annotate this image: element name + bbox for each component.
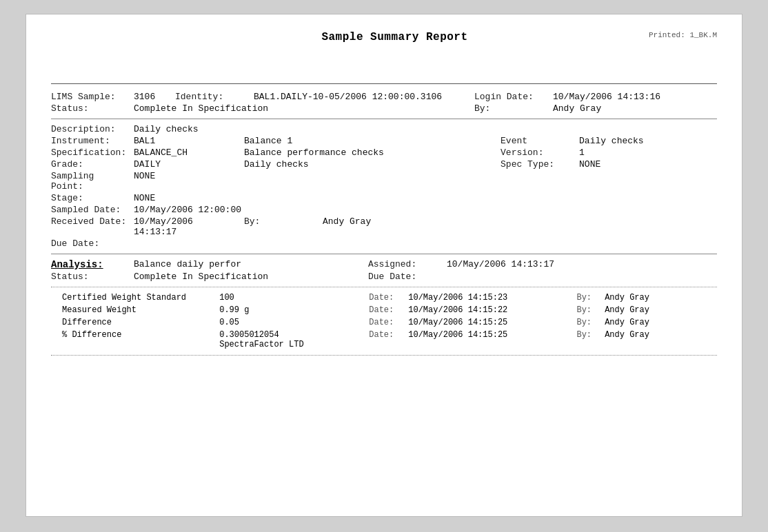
analysis-status-value: Complete In Specification (134, 272, 268, 282)
specification-label: Specification: (51, 147, 127, 158)
results-table: Certified Weight Standard 100 Date: 10/M… (51, 291, 717, 351)
sampling-point-value: NONE (134, 171, 155, 181)
status-label: Status: (51, 103, 127, 114)
report-title: Sample Summary Report (148, 31, 642, 43)
result-date: 10/May/2006 14:15:25 (408, 316, 576, 329)
received-date-row: Received Date: 10/May/2006 14:13:17 By: … (51, 216, 717, 238)
spec-name: Balance performance checks (244, 147, 384, 158)
result-by-label: By: (576, 291, 605, 304)
lims-sample-label: LIMS Sample: (51, 92, 127, 102)
result-date-label: Date: (369, 329, 408, 351)
status-value: Complete In Specification (134, 103, 268, 114)
due-date-label: Due Date: (51, 238, 127, 249)
received-date-label: Received Date: (51, 216, 127, 227)
analysis-header-table: Analysis: Balance daily perfor Assigned:… (51, 258, 717, 283)
lims-number: 3106 (134, 92, 155, 102)
result-value: 0.3005012054SpectraFactor LTD (219, 329, 369, 351)
result-by-label: By: (576, 304, 605, 316)
stage-value: NONE (134, 193, 155, 203)
identity-label: Identity: (175, 92, 251, 102)
version-value: 1 (579, 147, 585, 158)
result-by: Andy Gray (605, 329, 717, 351)
analysis-due-date-label: Due Date: (368, 272, 444, 282)
analysis-top-rule (51, 254, 717, 254)
analysis-name: Balance daily perfor (134, 259, 241, 269)
description-label: Description: (51, 124, 127, 134)
result-date: 10/May/2006 14:15:25 (408, 329, 576, 351)
login-date-label: Login Date: (474, 92, 550, 102)
result-by: Andy Gray (605, 316, 717, 329)
received-date-value: 10/May/2006 14:13:17 (134, 216, 193, 237)
result-name: Difference (51, 316, 219, 329)
due-date-row: Due Date: (51, 238, 717, 249)
result-by: Andy Gray (605, 304, 717, 316)
instrument-row: Instrument: BAL1 Balance 1 Event Daily c… (51, 135, 717, 147)
spec-type-label: Spec Type: (501, 159, 576, 170)
results-top-rule (51, 287, 717, 287)
received-by-value: Andy Gray (323, 216, 371, 227)
result-name: Certified Weight Standard (51, 291, 219, 304)
login-date-value: 10/May/2006 14:13:16 (553, 92, 660, 102)
result-row: Certified Weight Standard 100 Date: 10/M… (51, 291, 717, 304)
sampled-date-label: Sampled Date: (51, 205, 127, 215)
details-table: Description: Daily checks Instrument: BA… (51, 123, 717, 249)
spec-type-value: NONE (579, 159, 600, 170)
received-by-label: By: (244, 216, 320, 227)
version-label: Version: (501, 147, 576, 158)
event-value: Daily checks (579, 136, 644, 146)
result-by-label: By: (576, 316, 605, 329)
analysis-status-row: Status: Complete In Specification Due Da… (51, 271, 717, 283)
result-value: 0.99 g (219, 304, 369, 316)
grade-id: DAILY (134, 159, 161, 170)
assigned-value: 10/May/2006 14:13:17 (447, 259, 554, 269)
result-value: 0.05 (219, 316, 369, 329)
result-date-label: Date: (369, 291, 408, 304)
stage-label: Stage: (51, 193, 127, 203)
stage-row: Stage: NONE (51, 192, 717, 204)
event-label: Event (501, 136, 576, 146)
result-date-label: Date: (369, 304, 408, 316)
result-row: % Difference 0.3005012054SpectraFactor L… (51, 329, 717, 351)
sampled-date-row: Sampled Date: 10/May/2006 12:00:00 (51, 204, 717, 216)
lims-info-table: LIMS Sample: 3106 Identity: BAL1.DAILY-1… (51, 91, 717, 114)
result-date-label: Date: (369, 316, 408, 329)
analysis-name-row: Analysis: Balance daily perfor Assigned:… (51, 258, 717, 271)
spec-id: BALANCE_CH (134, 147, 188, 158)
result-by-label: By: (576, 329, 605, 351)
instrument-id: BAL1 (134, 136, 155, 146)
specification-row: Specification: BALANCE_CH Balance perfor… (51, 147, 717, 158)
analysis-label: Analysis: (51, 259, 103, 270)
sampling-point-label: Sampling Point: (51, 171, 131, 192)
result-row: Difference 0.05 Date: 10/May/2006 14:15:… (51, 316, 717, 329)
result-name: Measured Weight (51, 304, 219, 316)
description-value: Daily checks (134, 124, 199, 134)
print-info: Printed: 1_BK.M (649, 31, 717, 39)
report-page: Sample Summary Report Printed: 1_BK.M LI… (26, 14, 742, 517)
status-row: Status: Complete In Specification By: An… (51, 103, 717, 114)
by-value: Andy Gray (553, 103, 601, 114)
instrument-name: Balance 1 (244, 136, 292, 146)
assigned-label: Assigned: (368, 259, 444, 269)
by-label: By: (474, 103, 550, 114)
sampling-point-row: Sampling Point: NONE (51, 170, 717, 192)
result-date: 10/May/2006 14:15:23 (408, 291, 576, 304)
instrument-label: Instrument: (51, 136, 127, 146)
result-row: Measured Weight 0.99 g Date: 10/May/2006… (51, 304, 717, 316)
top-rule (51, 83, 717, 84)
page-header: Sample Summary Report Printed: 1_BK.M (51, 31, 717, 43)
description-row: Description: Daily checks (51, 123, 717, 135)
result-name: % Difference (51, 329, 219, 351)
grade-name: Daily checks (244, 159, 309, 170)
result-value: 100 (219, 291, 369, 304)
sampled-date-value: 10/May/2006 12:00:00 (134, 205, 241, 215)
analysis-status-label: Status: (51, 272, 127, 282)
result-by: Andy Gray (605, 291, 717, 304)
result-date: 10/May/2006 14:15:22 (408, 304, 576, 316)
lims-row: LIMS Sample: 3106 Identity: BAL1.DAILY-1… (51, 91, 717, 103)
identity-value: BAL1.DAILY-10-05/2006 12:00:00.3106 (254, 92, 442, 102)
header-rule (51, 119, 717, 119)
grade-row: Grade: DAILY Daily checks Spec Type: NON… (51, 158, 717, 170)
grade-label: Grade: (51, 159, 127, 170)
results-bottom-rule (51, 355, 717, 356)
